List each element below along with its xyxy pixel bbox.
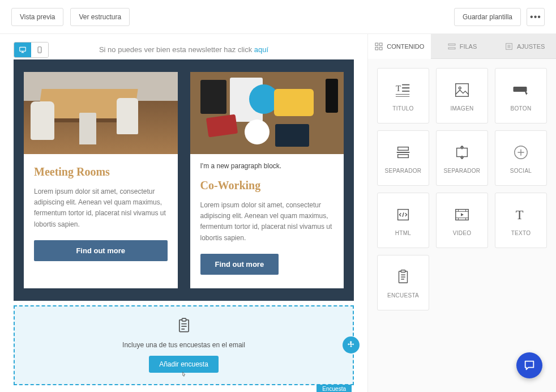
meeting-room-image: [24, 72, 178, 154]
text-icon: T: [512, 205, 529, 224]
block-separator-1[interactable]: SEPARADOR: [377, 130, 429, 186]
block-survey-label: ENCUESTA: [387, 292, 419, 299]
svg-text:T: T: [516, 207, 524, 221]
svg-rect-7: [375, 47, 378, 50]
title-icon: T: [395, 80, 412, 100]
tab-content[interactable]: CONTENIDO: [368, 34, 431, 59]
coworking-image: [190, 72, 344, 154]
svg-rect-8: [380, 47, 383, 50]
separator-2-icon: [454, 143, 471, 162]
block-separator-2-label: SEPARADOR: [444, 168, 481, 174]
email-row: Meeting Rooms Lorem ipsum dolor sit amet…: [24, 72, 344, 288]
block-button[interactable]: BOTON: [495, 68, 547, 123]
svg-point-2: [39, 52, 40, 52]
survey-text: Incluye una de tus encuestas en el email: [15, 341, 353, 349]
rows-icon: [447, 42, 456, 51]
more-menu-button[interactable]: •••: [527, 8, 545, 26]
workspace: Si no puedes ver bien esta newsletter ha…: [0, 34, 556, 392]
survey-icon: [15, 318, 353, 335]
svg-rect-10: [448, 48, 455, 49]
svg-rect-4: [182, 318, 186, 321]
block-separator-2[interactable]: SEPARADOR: [436, 130, 488, 186]
column-1-text: Lorem ipsum dolor sit amet, consectetur …: [34, 186, 168, 230]
block-video-label: VIDEO: [453, 230, 472, 236]
device-toggle: [14, 42, 49, 58]
svg-rect-13: [456, 83, 469, 96]
svg-rect-15: [514, 87, 527, 92]
email-column-2[interactable]: I'm a new paragraph block. Co-Working Lo…: [190, 72, 344, 288]
column-1-cta-button[interactable]: Find out more: [34, 240, 168, 261]
mobile-icon: [36, 46, 44, 54]
more-icon: •••: [530, 12, 541, 22]
notice-link[interactable]: aquí: [254, 45, 268, 54]
topbar: Vista previa Ver estructura Guardar plan…: [0, 0, 556, 34]
video-icon: [454, 205, 471, 224]
sidebar-tabs: CONTENIDO FILAS AJUSTES: [368, 34, 556, 59]
structure-button[interactable]: Ver estructura: [70, 8, 130, 26]
block-survey[interactable]: ENCUESTA: [377, 255, 429, 310]
chat-icon: [523, 359, 536, 372]
html-icon: [395, 205, 412, 224]
image-icon: [454, 80, 471, 100]
block-image[interactable]: IMAGEN: [436, 68, 488, 123]
move-handle[interactable]: [343, 336, 360, 353]
block-social[interactable]: SOCIAL: [495, 130, 547, 186]
block-social-label: SOCIAL: [510, 168, 532, 174]
separator-1-icon: [395, 143, 412, 162]
notice-text: Si no puedes ver bien esta newsletter ha…: [99, 45, 254, 54]
save-template-button[interactable]: Guardar plantilla: [454, 8, 521, 26]
block-video[interactable]: VIDEO: [436, 193, 488, 248]
social-icon: [512, 143, 529, 162]
block-text-label: TEXTO: [511, 230, 531, 236]
tab-rows[interactable]: FILAS: [431, 34, 494, 59]
svg-rect-16: [398, 147, 409, 150]
svg-rect-17: [398, 154, 409, 157]
preview-notice: Si no puedes ver bien esta newsletter ha…: [0, 34, 367, 59]
block-html-label: HTML: [395, 230, 411, 236]
svg-rect-5: [375, 43, 378, 46]
email-body-1: Meeting Rooms Lorem ipsum dolor sit amet…: [24, 154, 178, 275]
survey-block-icon: [395, 267, 412, 287]
svg-rect-24: [401, 270, 405, 272]
block-grid: T TITULO IMAGEN BOTON: [377, 68, 547, 310]
block-title[interactable]: T TITULO: [377, 68, 429, 123]
add-survey-button[interactable]: Añadir encuesta: [149, 356, 219, 373]
preview-button[interactable]: Vista previa: [11, 8, 63, 26]
desktop-icon: [19, 46, 27, 54]
block-html[interactable]: HTML: [377, 193, 429, 248]
block-button-label: BOTON: [511, 105, 532, 112]
svg-point-14: [459, 87, 461, 89]
tab-rows-label: FILAS: [460, 43, 477, 50]
block-image-label: IMAGEN: [450, 105, 473, 112]
tab-settings-label: AJUSTES: [517, 43, 545, 50]
svg-rect-0: [20, 47, 26, 51]
email-column-1[interactable]: Meeting Rooms Lorem ipsum dolor sit amet…: [24, 72, 178, 288]
block-text[interactable]: T TEXTO: [495, 193, 547, 248]
topbar-left: Vista previa Ver estructura: [11, 8, 130, 26]
canvas-area: Si no puedes ver bien esta newsletter ha…: [0, 34, 368, 392]
block-separator-1-label: SEPARADOR: [385, 168, 422, 174]
move-icon: [347, 340, 356, 350]
email-body-2: I'm a new paragraph block. Co-Working Lo…: [190, 154, 344, 288]
mobile-view-button[interactable]: [31, 42, 48, 57]
help-fab[interactable]: [516, 352, 542, 378]
cursor-pointer-icon: [180, 371, 188, 381]
desktop-view-button[interactable]: [14, 42, 31, 57]
survey-dropzone[interactable]: Incluye una de tus encuestas en el email…: [14, 305, 354, 385]
topbar-right: Guardar plantilla •••: [454, 8, 545, 26]
column-2-lead: I'm a new paragraph block.: [200, 162, 334, 170]
add-survey-label: Añadir encuesta: [159, 360, 208, 368]
grid-icon: [374, 42, 383, 51]
column-2-text: Lorem ipsum dolor sit amet, consectetur …: [200, 200, 334, 244]
column-2-cta-button[interactable]: Find out more: [200, 254, 279, 275]
svg-rect-18: [457, 148, 468, 156]
svg-rect-9: [448, 44, 455, 45]
tab-settings[interactable]: AJUSTES: [493, 34, 556, 59]
svg-text:T: T: [396, 83, 401, 92]
email-canvas: Meeting Rooms Lorem ipsum dolor sit amet…: [14, 59, 354, 301]
content-blocks: T TITULO IMAGEN BOTON: [368, 59, 556, 392]
dropzone-tag: Encuesta: [317, 385, 352, 392]
tab-content-label: CONTENIDO: [387, 43, 424, 50]
column-2-title: Co-Working: [200, 179, 334, 192]
sidebar: CONTENIDO FILAS AJUSTES T TITULO: [368, 34, 556, 392]
